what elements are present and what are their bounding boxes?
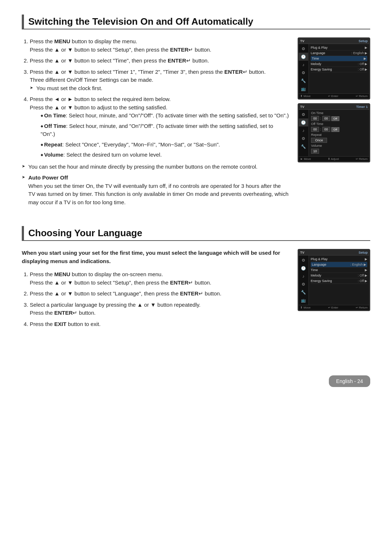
footer-enter: ↵ Enter — [328, 94, 338, 98]
section2-intro: When you start using your set for the fi… — [22, 249, 289, 265]
tv-menu-col2: Plug & Play▶ Language: English ▶ Time▶ M… — [309, 255, 369, 305]
tv-icon2-3: ♪ — [299, 272, 308, 280]
tv-icons-col: ⚙ 🕐 ♪ ⚙ 🔧 📺 — [299, 44, 309, 93]
section-choosing-language: Choosing Your Language When you start us… — [22, 226, 370, 332]
note-number-buttons: You can set the hour and minute directly… — [22, 163, 289, 171]
tv-timer-icon-1: ⚙ — [299, 110, 308, 118]
tv-icon2-6: 📺 — [299, 296, 308, 304]
note-clock: You must set the clock first. — [30, 84, 289, 93]
on-time-m: 00 — [322, 116, 330, 121]
menu-item-melody: Melody: Off ▶ — [311, 61, 367, 67]
setup-label2: Setup — [359, 251, 368, 254]
volume-row: 10 — [311, 149, 367, 154]
on-time-h: 00 — [311, 116, 319, 121]
tv-icon-3: ♪ — [299, 61, 308, 69]
step-1: Press the MENU button to display the men… — [30, 37, 289, 54]
tv-menu-col1: Plug & Play▶ Language: English ▶ Time▶ M… — [309, 44, 369, 93]
section1-text-col: Press the MENU button to display the men… — [22, 37, 289, 209]
footer2-enter: ↵ Enter — [328, 306, 338, 309]
bullet-off-time: Off Time: Select hour, minute, and "On"/… — [41, 122, 289, 138]
on-time-label: On Time — [311, 111, 367, 115]
tv-icon-2: 🕐 — [299, 53, 308, 61]
lang-step-1: Press the MENU button to display the on-… — [30, 270, 289, 287]
bullet-volume: Volume: Select the desired turn on volum… — [41, 151, 289, 159]
tv-timer-icon-2: 🕐 — [299, 118, 308, 126]
volume-label: Volume — [311, 144, 367, 148]
section1-title: Switching the Television On and Off Auto… — [22, 15, 370, 29]
timer-label: Timer 1 — [356, 105, 368, 109]
volume-value: 10 — [311, 149, 319, 154]
menu-item-time: Time▶ — [311, 56, 367, 61]
footer-timer-move: ► Move — [300, 157, 311, 161]
tv-label2: TV — [300, 251, 305, 254]
off-time-state: Off — [331, 127, 340, 132]
tv-label: TV — [300, 39, 305, 43]
menu2-item-melody: Melody: Off ▶ — [311, 273, 367, 278]
repeat-row: Once — [311, 138, 367, 143]
tv-timer-content: On Time 00 : 00 Off Off Time 00 : 00 — [309, 110, 369, 156]
tv-timer-icon-3: ♪ — [299, 126, 308, 134]
off-time-row: 00 : 00 Off — [311, 127, 367, 132]
tv-timer-icon-5: 🔧 — [299, 142, 308, 150]
section2-text-col: When you start using your set for the fi… — [22, 249, 289, 332]
footer-return: ↩ Return — [356, 94, 368, 98]
lang-step-4: Press the EXIT button to exit. — [30, 320, 289, 329]
step-2: Press the ▲ or ▼ button to select "Time"… — [30, 57, 289, 65]
off-time-label: Off Time — [311, 122, 367, 126]
tv-icon2-4: ⚙ — [299, 280, 308, 288]
menu2-item-time: Time▶ — [311, 267, 367, 273]
bullet-repeat: Repeat: Select "Once", "Everyday", "Mon~… — [41, 141, 289, 149]
step-3: Press the ▲ or ▼ button to select "Timer… — [30, 68, 289, 93]
page-footer: English - 24 — [329, 375, 370, 387]
auto-power-off-section: Auto Power Off When you set the timer On… — [22, 174, 289, 206]
tv-icon2-5: 🔧 — [299, 288, 308, 296]
menu2-item-plug: Plug & Play▶ — [311, 257, 367, 262]
tv-icon-1: ⚙ — [299, 45, 308, 53]
auto-power-title: Auto Power Off — [28, 174, 68, 181]
menu2-item-language: Language: English ▶ — [311, 262, 367, 267]
tv-setup-screen1: TV Setup ⚙ 🕐 ♪ ⚙ 🔧 📺 Plug & Play▶ — [298, 37, 370, 100]
tv-icon-4: ⚙ — [299, 69, 308, 77]
menu-item-energy: Energy Saving: Off ▶ — [311, 67, 367, 72]
off-time-m: 00 — [322, 127, 330, 132]
on-time-row: 00 : 00 Off — [311, 116, 367, 121]
tv-footer-timer: ► Move ⬆ Adjust ↩ Return — [299, 156, 369, 161]
menu-item-plug: Plug & Play▶ — [311, 45, 367, 51]
menu2-item-energy: Energy Saving: Off ▶ — [311, 278, 367, 284]
tv-icons-col-timer: ⚙ 🕐 ♪ ⚙ 🔧 — [299, 110, 309, 156]
auto-power-text: When you set the timer On, the TV will e… — [28, 183, 289, 205]
tv-timer-icon-4: ⚙ — [299, 134, 308, 142]
tv-icon2-1: ⚙ — [299, 256, 308, 264]
tv-icons-col2: ⚙ 🕐 ♪ ⚙ 🔧 📺 — [299, 255, 309, 305]
footer2-move: ⬆ Move — [300, 306, 311, 309]
footer-move: ⬆ Move — [300, 94, 311, 98]
tv-timer-screen: TV Timer 1 ⚙ 🕐 ♪ ⚙ 🔧 On Time 00 — [298, 103, 370, 162]
footer-timer-adjust: ⬆ Adjust — [328, 157, 339, 161]
tv-label-timer: TV — [300, 105, 305, 109]
lang-step-3: Select a particular language by pressing… — [30, 301, 289, 317]
tv-icon2-2: 🕐 — [299, 264, 308, 272]
section2-title: Choosing Your Language — [22, 226, 370, 241]
section-switching-tv: Switching the Television On and Off Auto… — [22, 15, 370, 209]
off-time-h: 00 — [311, 127, 319, 132]
tv-icon-6: 📺 — [299, 85, 308, 93]
footer-timer-return: ↩ Return — [356, 157, 368, 161]
menu-item-language: Language: English ▶ — [311, 51, 367, 56]
bullet-on-time: On Time: Select hour, minute, and "On"/"… — [41, 112, 289, 120]
setup-label: Setup — [359, 39, 368, 43]
repeat-label: Repeat — [311, 133, 367, 137]
tv-icon-5: 🔧 — [299, 77, 308, 85]
tv-setup-screen2: TV Setup ⚙ 🕐 ♪ ⚙ 🔧 📺 Plug & Play▶ — [298, 249, 370, 311]
lang-step-2: Press the ▲ or ▼ button to select "Langu… — [30, 290, 289, 298]
section2-screens-col: TV Setup ⚙ 🕐 ♪ ⚙ 🔧 📺 Plug & Play▶ — [298, 249, 370, 311]
footer2-return: ↩ Return — [356, 306, 368, 309]
tv-footer2: ⬆ Move ↵ Enter ↩ Return — [299, 305, 369, 310]
section1-screens-col: TV Setup ⚙ 🕐 ♪ ⚙ 🔧 📺 Plug & Play▶ — [298, 37, 370, 162]
tv-footer1: ⬆ Move ↵ Enter ↩ Return — [299, 93, 369, 98]
step-4: Press the ◄ or ► button to select the re… — [30, 95, 289, 159]
repeat-value: Once — [311, 138, 327, 143]
on-time-state: Off — [331, 116, 340, 121]
